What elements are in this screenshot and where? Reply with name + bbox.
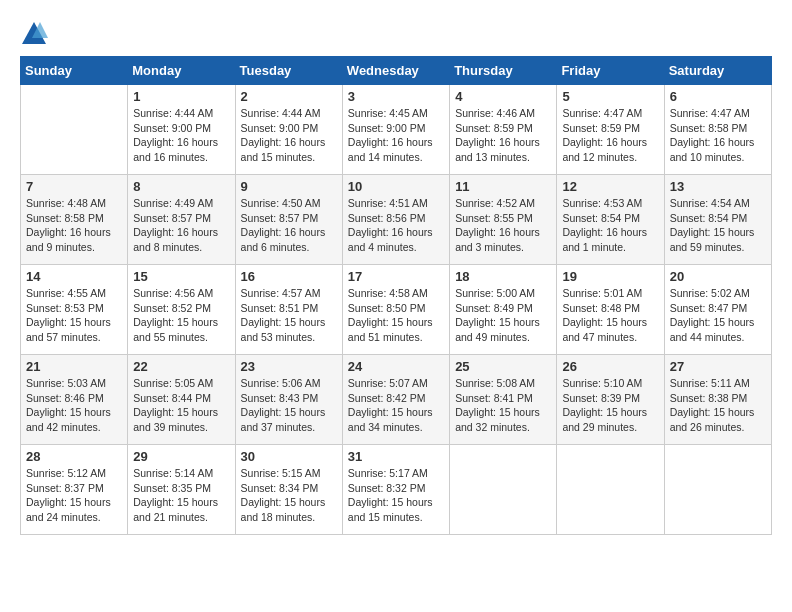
day-cell: 15Sunrise: 4:56 AMSunset: 8:52 PMDayligh… (128, 265, 235, 355)
week-row: 14Sunrise: 4:55 AMSunset: 8:53 PMDayligh… (21, 265, 772, 355)
day-info: Sunrise: 4:55 AMSunset: 8:53 PMDaylight:… (26, 286, 122, 345)
day-cell: 14Sunrise: 4:55 AMSunset: 8:53 PMDayligh… (21, 265, 128, 355)
day-info: Sunrise: 5:14 AMSunset: 8:35 PMDaylight:… (133, 466, 229, 525)
day-number: 24 (348, 359, 444, 374)
day-info: Sunrise: 5:03 AMSunset: 8:46 PMDaylight:… (26, 376, 122, 435)
day-number: 25 (455, 359, 551, 374)
day-cell: 8Sunrise: 4:49 AMSunset: 8:57 PMDaylight… (128, 175, 235, 265)
day-info: Sunrise: 4:47 AMSunset: 8:59 PMDaylight:… (562, 106, 658, 165)
day-cell: 23Sunrise: 5:06 AMSunset: 8:43 PMDayligh… (235, 355, 342, 445)
weekday-header: Friday (557, 57, 664, 85)
weekday-header: Sunday (21, 57, 128, 85)
weekday-header: Tuesday (235, 57, 342, 85)
day-info: Sunrise: 4:50 AMSunset: 8:57 PMDaylight:… (241, 196, 337, 255)
day-number: 6 (670, 89, 766, 104)
day-number: 12 (562, 179, 658, 194)
day-number: 22 (133, 359, 229, 374)
day-info: Sunrise: 4:53 AMSunset: 8:54 PMDaylight:… (562, 196, 658, 255)
day-cell: 30Sunrise: 5:15 AMSunset: 8:34 PMDayligh… (235, 445, 342, 535)
week-row: 21Sunrise: 5:03 AMSunset: 8:46 PMDayligh… (21, 355, 772, 445)
weekday-header: Monday (128, 57, 235, 85)
logo-icon (20, 20, 48, 48)
day-number: 10 (348, 179, 444, 194)
day-number: 17 (348, 269, 444, 284)
day-info: Sunrise: 5:05 AMSunset: 8:44 PMDaylight:… (133, 376, 229, 435)
weekday-row: SundayMondayTuesdayWednesdayThursdayFrid… (21, 57, 772, 85)
day-cell: 4Sunrise: 4:46 AMSunset: 8:59 PMDaylight… (450, 85, 557, 175)
week-row: 1Sunrise: 4:44 AMSunset: 9:00 PMDaylight… (21, 85, 772, 175)
day-info: Sunrise: 4:45 AMSunset: 9:00 PMDaylight:… (348, 106, 444, 165)
weekday-header: Saturday (664, 57, 771, 85)
day-info: Sunrise: 5:11 AMSunset: 8:38 PMDaylight:… (670, 376, 766, 435)
day-cell: 26Sunrise: 5:10 AMSunset: 8:39 PMDayligh… (557, 355, 664, 445)
day-cell: 27Sunrise: 5:11 AMSunset: 8:38 PMDayligh… (664, 355, 771, 445)
day-cell: 24Sunrise: 5:07 AMSunset: 8:42 PMDayligh… (342, 355, 449, 445)
day-info: Sunrise: 4:46 AMSunset: 8:59 PMDaylight:… (455, 106, 551, 165)
day-number: 2 (241, 89, 337, 104)
day-number: 1 (133, 89, 229, 104)
day-number: 20 (670, 269, 766, 284)
day-info: Sunrise: 4:57 AMSunset: 8:51 PMDaylight:… (241, 286, 337, 345)
day-info: Sunrise: 4:56 AMSunset: 8:52 PMDaylight:… (133, 286, 229, 345)
calendar-header: SundayMondayTuesdayWednesdayThursdayFrid… (21, 57, 772, 85)
day-info: Sunrise: 5:02 AMSunset: 8:47 PMDaylight:… (670, 286, 766, 345)
day-info: Sunrise: 5:06 AMSunset: 8:43 PMDaylight:… (241, 376, 337, 435)
day-number: 5 (562, 89, 658, 104)
day-cell: 11Sunrise: 4:52 AMSunset: 8:55 PMDayligh… (450, 175, 557, 265)
day-info: Sunrise: 5:01 AMSunset: 8:48 PMDaylight:… (562, 286, 658, 345)
day-info: Sunrise: 5:07 AMSunset: 8:42 PMDaylight:… (348, 376, 444, 435)
day-cell: 13Sunrise: 4:54 AMSunset: 8:54 PMDayligh… (664, 175, 771, 265)
day-info: Sunrise: 4:58 AMSunset: 8:50 PMDaylight:… (348, 286, 444, 345)
day-cell (664, 445, 771, 535)
day-number: 7 (26, 179, 122, 194)
day-cell (450, 445, 557, 535)
day-number: 15 (133, 269, 229, 284)
day-number: 11 (455, 179, 551, 194)
day-cell: 6Sunrise: 4:47 AMSunset: 8:58 PMDaylight… (664, 85, 771, 175)
day-info: Sunrise: 5:12 AMSunset: 8:37 PMDaylight:… (26, 466, 122, 525)
day-cell: 7Sunrise: 4:48 AMSunset: 8:58 PMDaylight… (21, 175, 128, 265)
calendar-body: 1Sunrise: 4:44 AMSunset: 9:00 PMDaylight… (21, 85, 772, 535)
day-number: 8 (133, 179, 229, 194)
day-number: 30 (241, 449, 337, 464)
day-info: Sunrise: 4:54 AMSunset: 8:54 PMDaylight:… (670, 196, 766, 255)
day-cell: 2Sunrise: 4:44 AMSunset: 9:00 PMDaylight… (235, 85, 342, 175)
day-number: 18 (455, 269, 551, 284)
day-number: 23 (241, 359, 337, 374)
page-header (20, 20, 772, 48)
day-number: 14 (26, 269, 122, 284)
day-info: Sunrise: 4:51 AMSunset: 8:56 PMDaylight:… (348, 196, 444, 255)
day-info: Sunrise: 5:10 AMSunset: 8:39 PMDaylight:… (562, 376, 658, 435)
weekday-header: Thursday (450, 57, 557, 85)
day-number: 21 (26, 359, 122, 374)
day-number: 19 (562, 269, 658, 284)
day-info: Sunrise: 4:47 AMSunset: 8:58 PMDaylight:… (670, 106, 766, 165)
day-cell (21, 85, 128, 175)
day-cell: 10Sunrise: 4:51 AMSunset: 8:56 PMDayligh… (342, 175, 449, 265)
logo (20, 20, 52, 48)
day-cell: 25Sunrise: 5:08 AMSunset: 8:41 PMDayligh… (450, 355, 557, 445)
day-info: Sunrise: 4:48 AMSunset: 8:58 PMDaylight:… (26, 196, 122, 255)
day-cell: 29Sunrise: 5:14 AMSunset: 8:35 PMDayligh… (128, 445, 235, 535)
day-info: Sunrise: 4:44 AMSunset: 9:00 PMDaylight:… (241, 106, 337, 165)
day-number: 3 (348, 89, 444, 104)
day-info: Sunrise: 5:17 AMSunset: 8:32 PMDaylight:… (348, 466, 444, 525)
day-cell: 21Sunrise: 5:03 AMSunset: 8:46 PMDayligh… (21, 355, 128, 445)
day-cell: 18Sunrise: 5:00 AMSunset: 8:49 PMDayligh… (450, 265, 557, 355)
day-cell: 9Sunrise: 4:50 AMSunset: 8:57 PMDaylight… (235, 175, 342, 265)
day-cell: 22Sunrise: 5:05 AMSunset: 8:44 PMDayligh… (128, 355, 235, 445)
day-cell: 5Sunrise: 4:47 AMSunset: 8:59 PMDaylight… (557, 85, 664, 175)
day-number: 13 (670, 179, 766, 194)
week-row: 7Sunrise: 4:48 AMSunset: 8:58 PMDaylight… (21, 175, 772, 265)
day-number: 31 (348, 449, 444, 464)
day-number: 27 (670, 359, 766, 374)
day-cell: 3Sunrise: 4:45 AMSunset: 9:00 PMDaylight… (342, 85, 449, 175)
day-number: 29 (133, 449, 229, 464)
day-info: Sunrise: 5:08 AMSunset: 8:41 PMDaylight:… (455, 376, 551, 435)
day-cell: 20Sunrise: 5:02 AMSunset: 8:47 PMDayligh… (664, 265, 771, 355)
day-number: 9 (241, 179, 337, 194)
day-cell: 1Sunrise: 4:44 AMSunset: 9:00 PMDaylight… (128, 85, 235, 175)
calendar-table: SundayMondayTuesdayWednesdayThursdayFrid… (20, 56, 772, 535)
day-cell: 12Sunrise: 4:53 AMSunset: 8:54 PMDayligh… (557, 175, 664, 265)
day-cell: 19Sunrise: 5:01 AMSunset: 8:48 PMDayligh… (557, 265, 664, 355)
